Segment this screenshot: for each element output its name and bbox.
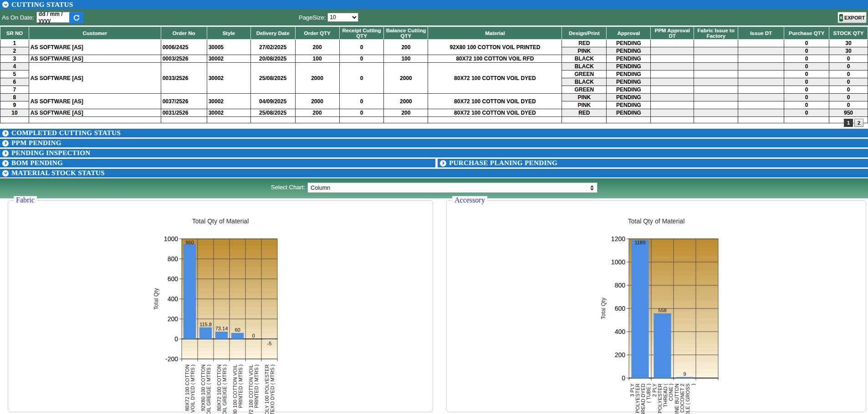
chevron-right-circle-icon xyxy=(2,140,9,146)
table-cell: 4 xyxy=(0,63,29,71)
table-cell: 30002 xyxy=(207,55,250,63)
table-cell: 0 xyxy=(784,86,829,94)
table-cell xyxy=(694,55,738,63)
svg-text:1000: 1000 xyxy=(611,258,625,266)
table-cell xyxy=(651,109,694,117)
table-cell xyxy=(694,47,738,55)
table-cell: AS SOFTWARE [AS] xyxy=(29,40,161,55)
export-label: EXPORT xyxy=(844,15,865,20)
fabric-panel: Fabric Total Qty of Material100080060040… xyxy=(8,200,433,412)
table-cell xyxy=(562,117,607,123)
table-cell: PINK xyxy=(562,47,607,55)
table-cell xyxy=(694,117,738,123)
svg-text:558: 558 xyxy=(658,308,666,313)
svg-text:2 PLY: 2 PLY xyxy=(652,383,657,397)
chevron-down-circle-icon xyxy=(2,170,9,177)
svg-text:POLYESTER: POLYESTER xyxy=(657,384,663,413)
table-cell: 0033/2526 xyxy=(161,63,207,94)
table-cell: 6 xyxy=(0,78,29,86)
fabric-chart: Total Qty of Material10008006004002000-2… xyxy=(93,201,348,414)
svg-text:0: 0 xyxy=(622,374,625,382)
table-cell xyxy=(694,40,738,47)
table-cell: 0 xyxy=(784,63,829,71)
column-header: Issue DT xyxy=(738,27,784,40)
svg-text:Total Qty: Total Qty xyxy=(600,298,607,319)
table-cell: 100 xyxy=(295,55,339,63)
table-cell: 200 xyxy=(295,40,339,55)
svg-text:200: 200 xyxy=(168,315,179,323)
table-cell: 2000 xyxy=(295,94,339,109)
section-bom-pending[interactable]: BOM PENDING xyxy=(0,159,435,167)
table-cell: 0 xyxy=(784,94,829,101)
chevron-right-circle-icon xyxy=(440,160,446,167)
table-cell: 200 xyxy=(384,40,428,55)
export-button[interactable]: X EXPORT xyxy=(837,12,867,23)
table-cell: AS SOFTWARE [AS] xyxy=(29,109,161,117)
svg-text:VOIL DYED ( MTRS ): VOIL DYED ( MTRS ) xyxy=(190,364,195,413)
table-cell: 10 xyxy=(0,109,29,117)
column-header: Purchase QTY xyxy=(784,27,829,40)
table-cell: 0 xyxy=(339,94,384,109)
chart-type-select[interactable]: Column xyxy=(307,182,597,193)
section-completed-cutting-status[interactable]: COMPLETED CUTTING STATUS xyxy=(0,129,868,137)
table-cell: PENDING xyxy=(607,55,651,63)
section-material-stock-status[interactable]: MATERIAL STOCK STATUS xyxy=(0,169,868,177)
table-cell xyxy=(651,47,694,55)
svg-text:PRINTED ( MTRS ): PRINTED ( MTRS ) xyxy=(254,364,259,408)
table-cell xyxy=(384,117,428,123)
table-body: 1AS SOFTWARE [AS]0006/24253000527/02/202… xyxy=(0,40,868,123)
svg-text:3 PLY: 3 PLY xyxy=(629,383,635,397)
table-row: 1AS SOFTWARE [AS]0006/24253000527/02/202… xyxy=(0,40,868,47)
section-purchase-planing-pending[interactable]: PURCHASE PLANING PENDING xyxy=(438,159,868,167)
page-button-1[interactable]: 1 xyxy=(844,119,853,127)
table-cell: 0 xyxy=(829,55,868,63)
svg-text:92X80 100 COTTON: 92X80 100 COTTON xyxy=(200,364,206,411)
table-cell xyxy=(738,63,784,71)
table-cell xyxy=(738,40,784,47)
chevron-down-circle-icon xyxy=(2,1,9,8)
column-header: Order No xyxy=(161,27,207,40)
table-cell: PENDING xyxy=(607,94,651,101)
table-cell: 0 xyxy=(784,71,829,78)
updown-arrow-icon xyxy=(590,185,594,191)
table-cell: PINK xyxy=(562,101,607,109)
table-cell: 950 xyxy=(829,109,868,117)
table-cell xyxy=(339,117,384,123)
table-cell: GREEN xyxy=(562,71,607,78)
table-cell: 30005 xyxy=(207,40,250,55)
section-label: BOM PENDING xyxy=(11,159,63,167)
pagesize-select[interactable]: 10 xyxy=(327,13,358,22)
column-header: Customer xyxy=(29,27,161,40)
table-cell: PINK xyxy=(562,94,607,101)
svg-text:( TUBE ): ( TUBE ) xyxy=(646,384,651,403)
refresh-button[interactable] xyxy=(69,12,83,23)
svg-text:COCONET 2: COCONET 2 xyxy=(679,384,685,413)
table-cell xyxy=(651,71,694,78)
section-ppm-pending[interactable]: PPM PENDING xyxy=(0,139,868,147)
chart-select-band: Select Chart: Column xyxy=(0,178,868,198)
table-cell: AS SOFTWARE [AS] xyxy=(29,55,161,63)
svg-text:): ) xyxy=(690,384,696,385)
table-cell: 2000 xyxy=(384,63,428,94)
column-header: Receipt Cutting QTY xyxy=(339,27,384,40)
table-cell: 9 xyxy=(0,101,29,109)
cutting-status-section-header[interactable]: CUTTING STATUS xyxy=(0,0,868,9)
table-cell: 25/08/2025 xyxy=(250,109,295,117)
table-cell: 80X72 100 COTTON VOIL RFD xyxy=(428,55,562,63)
table-cell: 0 xyxy=(339,55,384,63)
table-cell xyxy=(738,86,784,94)
table-cell: GREEN xyxy=(562,86,607,94)
table-cell: 1 xyxy=(0,40,29,47)
date-placeholder: dd / mm / yyyy xyxy=(39,11,74,24)
table-cell xyxy=(651,40,694,47)
table-cell: PENDING xyxy=(607,101,651,109)
section-pending-inspection[interactable]: PENDING INSPECTION xyxy=(0,149,868,157)
svg-text:0: 0 xyxy=(252,333,255,338)
page-button-2[interactable]: 2 xyxy=(854,119,863,127)
table-cell xyxy=(29,117,161,123)
table-cell xyxy=(738,101,784,109)
svg-text:POLY 100 POLYESTER: POLY 100 POLYESTER xyxy=(264,364,270,414)
table-cell: 2000 xyxy=(295,63,339,94)
table-cell: 8 xyxy=(0,94,29,101)
column-header: Design/Print xyxy=(562,27,607,40)
